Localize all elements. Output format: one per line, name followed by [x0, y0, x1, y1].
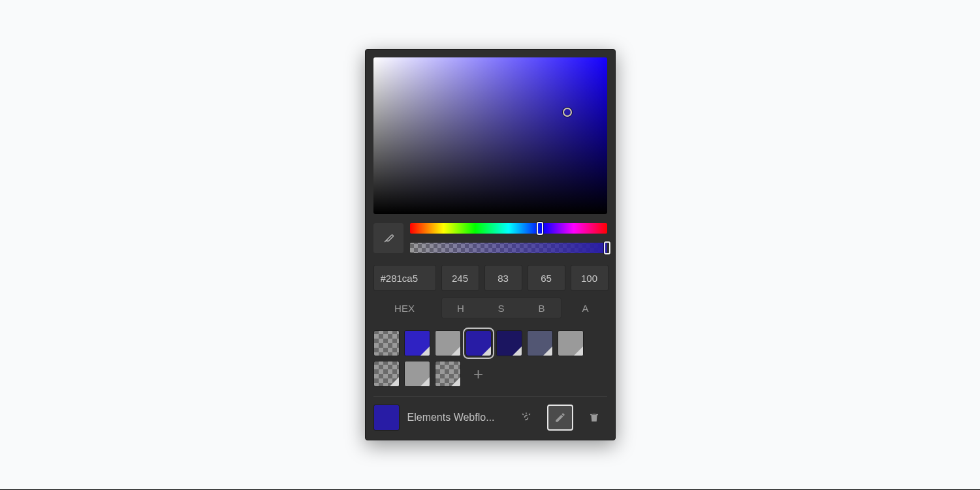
swatch-corner-icon: [451, 346, 460, 356]
swatch-3[interactable]: [466, 330, 492, 356]
value-inputs: [373, 265, 607, 291]
swatch-corner-icon: [543, 346, 552, 356]
color-picker-panel: HEX H S B A + Elements Webflo...: [365, 49, 616, 440]
swatch-6[interactable]: [558, 330, 584, 356]
brightness-input[interactable]: [528, 265, 565, 291]
sliders: [410, 223, 607, 253]
hsb-mode-segment: H S B: [441, 298, 561, 318]
swatch-name[interactable]: Elements Webflo...: [407, 412, 505, 423]
input-labels: HEX H S B A: [373, 298, 607, 318]
unlink-swatch-button[interactable]: [513, 405, 539, 431]
swatch-footer: Elements Webflo...: [373, 397, 607, 440]
mode-b[interactable]: B: [523, 298, 561, 318]
swatch-grid: +: [373, 330, 607, 387]
pencil-icon: [554, 412, 566, 423]
swatch-1[interactable]: [404, 330, 430, 356]
hex-label: HEX: [373, 303, 436, 314]
hue-slider[interactable]: [410, 223, 607, 234]
saturation-input[interactable]: [484, 265, 522, 291]
swatch-corner-icon: [390, 377, 399, 386]
alpha-handle[interactable]: [604, 241, 610, 254]
slider-row: [373, 223, 607, 253]
swatch-9[interactable]: [435, 361, 461, 387]
swatch-8[interactable]: [404, 361, 430, 387]
trash-icon: [588, 412, 600, 423]
hex-input[interactable]: [373, 265, 436, 291]
mode-h[interactable]: H: [442, 298, 480, 318]
eyedropper-button[interactable]: [373, 223, 403, 253]
swatch-corner-icon: [574, 346, 583, 356]
eyedropper-icon: [383, 232, 394, 244]
hue-handle[interactable]: [537, 222, 543, 235]
hue-input[interactable]: [441, 265, 479, 291]
swatch-2[interactable]: [435, 330, 461, 356]
delete-swatch-button[interactable]: [581, 405, 607, 431]
swatch-corner-icon: [451, 377, 460, 386]
add-swatch-button[interactable]: +: [466, 361, 492, 387]
mode-s[interactable]: S: [482, 298, 520, 318]
swatch-corner-icon: [420, 377, 430, 386]
sv-cursor[interactable]: [563, 108, 572, 117]
edit-swatch-button[interactable]: [547, 405, 573, 431]
swatch-0[interactable]: [373, 330, 400, 356]
alpha-input[interactable]: [571, 265, 609, 291]
swatch-5[interactable]: [527, 330, 553, 356]
swatch-corner-icon: [513, 346, 522, 356]
saturation-value-field[interactable]: [373, 57, 607, 214]
swatch-4[interactable]: [496, 330, 522, 356]
swatch-corner-icon: [482, 346, 491, 356]
unlink-icon: [520, 411, 533, 424]
swatch-corner-icon: [420, 346, 430, 356]
swatch-7[interactable]: [373, 361, 400, 387]
alpha-slider[interactable]: [410, 243, 607, 253]
alpha-label: A: [567, 303, 605, 314]
current-swatch-preview: [373, 405, 400, 431]
